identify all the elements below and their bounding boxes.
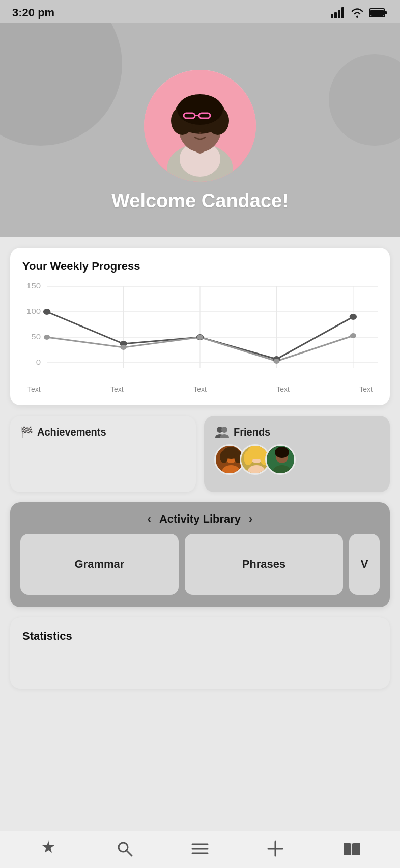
avatar — [144, 70, 256, 182]
svg-point-22 — [191, 128, 196, 132]
weekly-progress-card: Your Weekly Progress 150 100 50 0 — [10, 248, 390, 405]
svg-text:50: 50 — [31, 333, 41, 340]
svg-rect-3 — [341, 7, 344, 18]
add-icon — [267, 840, 284, 857]
signal-icon — [331, 7, 345, 18]
svg-point-42 — [121, 345, 127, 350]
activity-item-phrases[interactable]: Phrases — [185, 534, 343, 595]
svg-point-54 — [220, 451, 228, 463]
activity-items-list: Grammar Phrases V — [20, 534, 380, 595]
svg-rect-6 — [385, 11, 387, 14]
chart-label-5: Text — [359, 385, 373, 393]
svg-rect-2 — [338, 10, 340, 18]
achievements-icon: 🏁 — [20, 426, 33, 438]
svg-point-18 — [177, 94, 223, 125]
activity-item-partial-label: V — [361, 558, 368, 571]
svg-point-23 — [204, 128, 209, 132]
svg-point-36 — [43, 309, 50, 315]
activity-library-title: Activity Library — [159, 512, 241, 526]
svg-point-43 — [197, 335, 203, 340]
weekly-progress-chart: 150 100 50 0 — [22, 281, 378, 383]
wifi-icon — [350, 7, 364, 18]
friends-icon — [214, 426, 230, 438]
chart-x-labels: Text Text Text Text Text — [22, 385, 378, 393]
statistics-card: Statistics — [10, 617, 390, 689]
nav-add[interactable] — [267, 840, 284, 857]
chart-label-3: Text — [193, 385, 207, 393]
svg-text:150: 150 — [26, 282, 41, 289]
battery-icon — [369, 8, 388, 18]
svg-point-4 — [356, 16, 358, 18]
avatar-image — [144, 70, 256, 182]
achievements-card[interactable]: 🏁 Achievements — [10, 416, 196, 492]
svg-line-68 — [127, 851, 132, 856]
activity-library-header: ‹ Activity Library › — [20, 512, 380, 526]
bottom-nav — [0, 831, 400, 868]
nav-home[interactable] — [39, 839, 58, 858]
activity-item-partial[interactable]: V — [349, 534, 380, 595]
svg-rect-0 — [331, 14, 333, 18]
svg-point-41 — [44, 335, 50, 340]
statistics-title: Statistics — [22, 630, 378, 643]
status-bar: 3:20 pm — [0, 0, 400, 23]
star-icon — [39, 839, 58, 858]
friends-avatars — [214, 444, 380, 475]
nav-search[interactable] — [116, 840, 133, 857]
main-content: Your Weekly Progress 150 100 50 0 — [0, 237, 400, 750]
chart-label-2: Text — [110, 385, 124, 393]
status-icons — [331, 7, 388, 18]
activity-item-grammar-label: Grammar — [75, 558, 125, 571]
hero-bg-circle-small — [329, 54, 400, 146]
achievements-title: 🏁 Achievements — [20, 426, 186, 438]
svg-rect-1 — [334, 12, 337, 18]
weekly-progress-title: Your Weekly Progress — [22, 260, 378, 273]
nav-menu[interactable] — [191, 842, 209, 856]
chart-label-1: Text — [27, 385, 41, 393]
friends-card[interactable]: Friends — [204, 416, 390, 492]
svg-point-47 — [221, 427, 227, 433]
svg-point-60 — [244, 451, 253, 465]
two-col-row: 🏁 Achievements Friends — [10, 416, 390, 492]
svg-point-65 — [275, 447, 289, 458]
hero-bg-circle-large — [0, 23, 122, 146]
svg-point-66 — [47, 847, 50, 850]
nav-library[interactable] — [342, 841, 361, 856]
svg-rect-7 — [370, 10, 384, 16]
friends-title: Friends — [214, 426, 380, 438]
menu-icon — [191, 842, 209, 856]
activity-library-card: ‹ Activity Library › Grammar Phrases V — [10, 502, 390, 607]
book-icon — [342, 841, 361, 856]
chart-label-4: Text — [276, 385, 290, 393]
welcome-text: Welcome Candace! — [111, 190, 289, 212]
activity-prev-button[interactable]: ‹ — [148, 512, 151, 526]
chart-svg: 150 100 50 0 — [22, 281, 378, 383]
friend-avatar-3 — [265, 444, 296, 475]
svg-point-44 — [273, 359, 279, 364]
search-icon — [116, 840, 133, 857]
activity-item-phrases-label: Phrases — [242, 558, 286, 571]
svg-point-40 — [350, 314, 357, 320]
svg-point-45 — [350, 333, 356, 338]
hero-section: Welcome Candace! — [0, 23, 400, 237]
svg-text:100: 100 — [26, 307, 41, 315]
svg-text:0: 0 — [36, 358, 41, 366]
status-time: 3:20 pm — [12, 6, 54, 19]
activity-item-grammar[interactable]: Grammar — [20, 534, 179, 595]
activity-next-button[interactable]: › — [249, 512, 252, 526]
